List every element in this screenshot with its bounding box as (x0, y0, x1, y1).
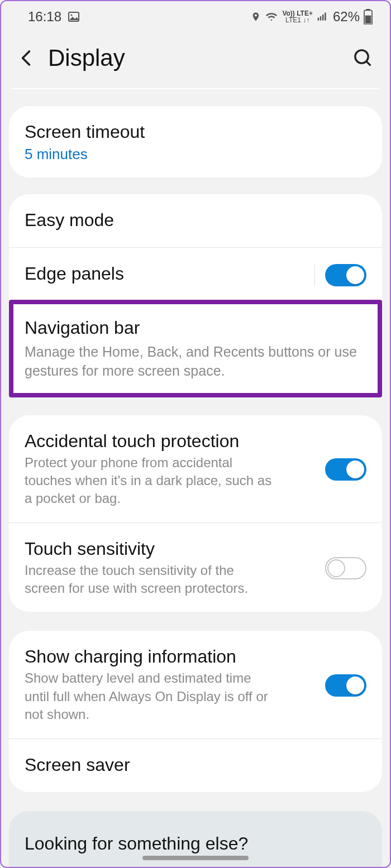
header: Display (1, 28, 390, 88)
svg-rect-2 (318, 18, 320, 21)
row-screen-saver[interactable]: Screen saver (9, 738, 382, 792)
screen-timeout-title: Screen timeout (25, 122, 366, 142)
accidental-touch-desc: Protect your phone from accidental touch… (25, 454, 325, 508)
charging-info-title: Show charging information (25, 646, 325, 667)
card-misc: Show charging information Show battery l… (9, 631, 382, 792)
navigation-bar-desc: Manage the Home, Back, and Recents butto… (25, 343, 366, 381)
toggle-separator (314, 264, 315, 286)
status-bar: 16:18 Vo)) LTE+ LTE1 ↓↑ 62% (1, 1, 390, 28)
charging-info-toggle[interactable] (325, 674, 366, 697)
card-screen-timeout: Screen timeout 5 minutes (9, 106, 382, 178)
svg-rect-5 (325, 13, 326, 21)
touch-sensitivity-desc: Increase the touch sensitivity of the sc… (25, 562, 325, 598)
battery-percent: 62% (333, 9, 360, 25)
screen-saver-title: Screen saver (25, 755, 366, 775)
gesture-handle[interactable] (142, 856, 249, 860)
row-edge-panels[interactable]: Edge panels (9, 247, 382, 301)
search-icon[interactable] (352, 47, 374, 69)
svg-point-1 (71, 15, 73, 16)
card-mode: Easy mode Edge panels (9, 194, 382, 301)
touch-sensitivity-title: Touch sensitivity (25, 539, 325, 559)
accidental-touch-toggle[interactable] (325, 458, 366, 481)
page-title: Display (48, 45, 352, 71)
row-touch-sensitivity[interactable]: Touch sensitivity Increase the touch sen… (9, 522, 382, 612)
easy-mode-title: Easy mode (25, 210, 366, 231)
row-screen-timeout[interactable]: Screen timeout 5 minutes (9, 106, 382, 178)
row-accidental-touch[interactable]: Accidental touch protection Protect your… (9, 415, 382, 522)
edge-panels-title: Edge panels (25, 263, 314, 284)
charging-info-desc: Show battery level and estimated time un… (25, 669, 325, 723)
edge-panels-toggle[interactable] (325, 264, 366, 286)
back-icon[interactable] (17, 48, 37, 68)
image-icon (67, 10, 80, 23)
network-lte-icon: Vo)) LTE+ LTE1 ↓↑ (282, 10, 313, 23)
row-charging-info[interactable]: Show charging information Show battery l… (9, 631, 382, 738)
location-icon (251, 11, 261, 23)
wifi-icon (264, 11, 279, 23)
row-easy-mode[interactable]: Easy mode (9, 194, 382, 247)
svg-rect-4 (322, 15, 324, 21)
divider (11, 88, 380, 89)
accidental-touch-title: Accidental touch protection (25, 431, 325, 452)
screen-timeout-value: 5 minutes (25, 146, 366, 163)
touch-sensitivity-toggle[interactable] (325, 557, 366, 579)
status-time: 16:18 (28, 9, 61, 25)
svg-rect-3 (320, 16, 322, 20)
battery-icon (363, 9, 373, 25)
svg-rect-8 (365, 16, 371, 24)
card-touch: Accidental touch protection Protect your… (9, 415, 382, 612)
svg-line-10 (366, 61, 371, 65)
looking-for-title: Looking for something else? (25, 833, 366, 854)
signal-icon (316, 11, 328, 22)
navigation-bar-title: Navigation bar (25, 318, 366, 338)
svg-point-9 (355, 50, 368, 63)
row-navigation-bar[interactable]: Navigation bar Manage the Home, Back, an… (9, 300, 382, 397)
